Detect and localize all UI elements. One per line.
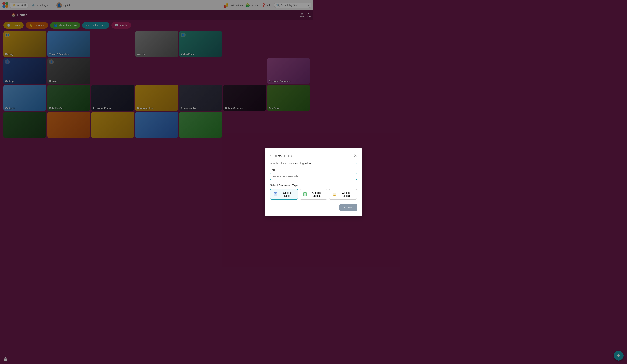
modal-account-row: Google Drive Account Not logged in log i… [270, 162, 314, 165]
doc-title-input[interactable] [270, 173, 314, 180]
modal-overlay[interactable]: ‹ new doc ✕ Google Drive Account Not log… [0, 0, 314, 182]
modal-title: new doc [273, 153, 314, 159]
account-status: Not logged in [295, 162, 311, 165]
new-doc-modal: ‹ new doc ✕ Google Drive Account Not log… [264, 148, 314, 182]
title-field-label: Title [270, 168, 314, 171]
modal-header: ‹ new doc ✕ [270, 153, 314, 159]
modal-back-button[interactable]: ‹ [270, 153, 271, 158]
account-label: Google Drive Account [270, 162, 294, 165]
